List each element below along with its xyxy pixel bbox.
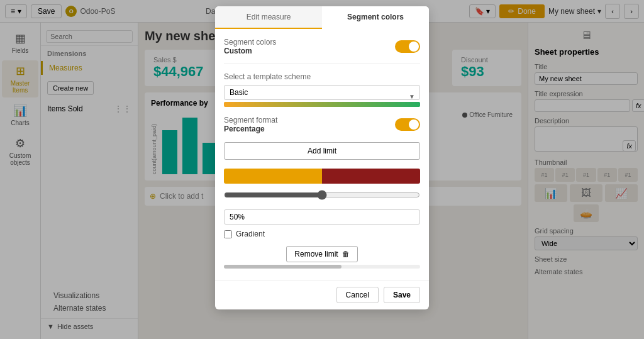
segment-format-toggle[interactable] xyxy=(395,118,420,131)
scheme-select[interactable]: Basic xyxy=(224,85,420,100)
add-limit-button[interactable]: Add limit xyxy=(224,142,420,160)
scheme-preview xyxy=(224,102,420,107)
slider-container xyxy=(224,190,420,202)
limit-input-row xyxy=(224,209,420,225)
segment-format-toggle-slider xyxy=(395,118,420,131)
trash-icon: 🗑 xyxy=(342,250,350,258)
remove-limit-button[interactable]: Remove limit 🗑 xyxy=(286,246,357,262)
tab-segment-colors[interactable]: Segment colors xyxy=(322,6,429,29)
cancel-button[interactable]: Cancel xyxy=(336,287,379,303)
gradient-checkbox[interactable] xyxy=(224,230,232,238)
scheme-select-wrapper: Select a template scheme Basic xyxy=(224,72,420,107)
color-bar-container xyxy=(224,169,420,184)
scroll-thumb xyxy=(224,265,341,269)
gradient-row: Gradient xyxy=(224,230,420,238)
template-scheme-label: Select a template scheme xyxy=(224,72,420,81)
limit-input[interactable] xyxy=(224,209,420,225)
segment-format-label: Segment format Percentage xyxy=(224,116,277,133)
segment-colors-row: Segment colors Custom xyxy=(224,38,420,64)
limit-slider[interactable] xyxy=(224,190,420,200)
modal-tabs: Edit measure Segment colors xyxy=(215,6,429,29)
color-bar-red xyxy=(322,169,420,184)
modal-save-button[interactable]: Save xyxy=(384,287,420,303)
segment-colors-label: Segment colors Custom xyxy=(224,38,276,55)
segment-format-row: Segment format Percentage xyxy=(224,116,420,133)
segment-colors-toggle[interactable] xyxy=(395,40,420,53)
modal-overlay: Edit measure Segment colors Segment colo… xyxy=(0,0,644,339)
scroll-bar[interactable] xyxy=(224,265,420,269)
modal: Edit measure Segment colors Segment colo… xyxy=(215,6,429,309)
modal-footer: Cancel Save xyxy=(215,280,429,309)
color-bar-yellow xyxy=(224,169,322,184)
color-bar xyxy=(224,169,420,184)
tab-edit-measure[interactable]: Edit measure xyxy=(215,6,322,28)
modal-body: Segment colors Custom Select a template … xyxy=(215,29,429,280)
scheme-select-container: Basic xyxy=(224,85,420,107)
toggle-slider xyxy=(395,40,420,53)
gradient-label: Gradient xyxy=(236,230,265,238)
